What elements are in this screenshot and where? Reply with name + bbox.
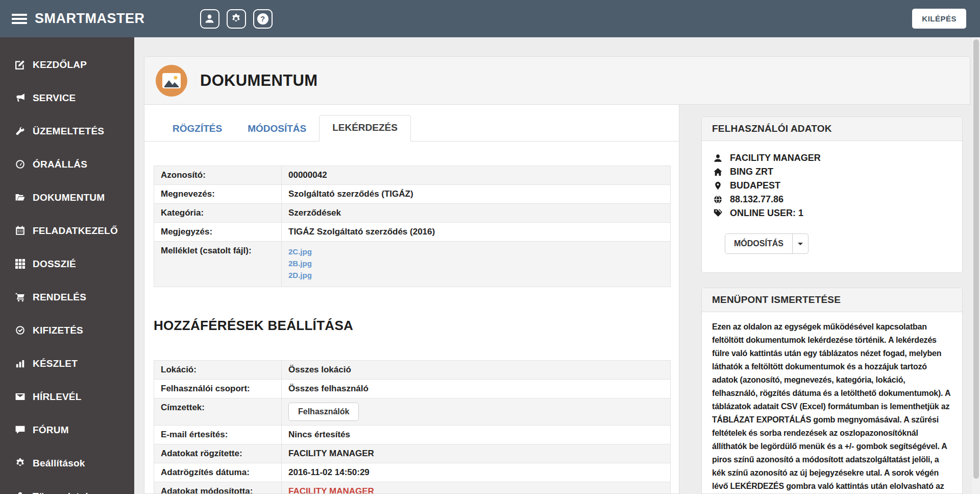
user-city: BUDAPEST: [730, 180, 780, 191]
field-value-modified: FACILITY MANAGER: [282, 482, 671, 494]
sidebar-item-label: ÓRAÁLLÁS: [33, 159, 87, 170]
table-row: Felhasználói csoport: Összes felhasználó: [154, 380, 671, 398]
bar-chart-icon: [14, 359, 26, 368]
sidebar-item-dokumentum[interactable]: DOKUMENTUM: [0, 181, 134, 214]
table-row: Lokáció: Összes lokáció: [154, 361, 671, 380]
table-row: Melléklet (csatolt fájl): 2C.jpg 2B.jpg …: [154, 242, 671, 287]
user-panel-body: FACILITY MANAGER BING ZRT BUDAPEST 88.13…: [702, 141, 962, 272]
table-row: Adatokat rögzítette: FACILITY MANAGER: [154, 444, 671, 463]
sidebar-item-uzemeltetes[interactable]: ÜZEMELTETÉS: [0, 114, 134, 148]
sidebar-item-feladatkezelo[interactable]: FELADATKEZELŐ: [0, 214, 134, 247]
field-label: Adatokat rögzítette:: [154, 444, 282, 463]
attachments-cell: 2C.jpg 2B.jpg 2D.jpg: [282, 242, 671, 287]
modify-dropdown-toggle[interactable]: [793, 234, 808, 253]
user-icon: [205, 14, 214, 23]
question-icon: ?: [257, 13, 268, 25]
gear-icon: [231, 14, 241, 23]
sidebar-item-kifizetes[interactable]: KIFIZETÉS: [0, 314, 134, 347]
table-row: Adatrögzítés dátuma: 2016-11-02 14:50:29: [154, 463, 671, 482]
modify-button-label[interactable]: MÓDOSÍTÁS: [725, 234, 793, 253]
field-label: Kategória:: [154, 204, 282, 223]
sidebar-item-oraallas[interactable]: ÓRAÁLLÁS: [0, 148, 134, 181]
user-city-line: BUDAPEST: [712, 179, 952, 193]
menu-info-panel: MENÜPONT ISMERTETÉSE Ezen az oldalon az …: [701, 288, 963, 494]
hamburger-menu-icon[interactable]: [12, 12, 27, 26]
access-section-title: HOZZÁFÉRÉSEK BEÁLLÍTÁSA: [154, 318, 670, 334]
tab-modositas[interactable]: MÓDOSÍTÁS: [235, 116, 319, 141]
field-value: Összes lokáció: [282, 361, 671, 380]
gear-icon: [14, 458, 26, 468]
gauge-icon: [14, 159, 26, 169]
sidebar-item-dosszie[interactable]: DOSSZIÉ: [0, 247, 134, 280]
tab-lekerdezes[interactable]: LEKÉRDEZÉS: [319, 115, 411, 142]
field-value: Szolgáltató szerződés (TIGÁZ): [282, 185, 671, 204]
field-label: Megjegyzés:: [154, 223, 282, 242]
table-row: Adatokat módosította: FACILITY MANAGER: [154, 482, 671, 494]
field-label: Adatrögzítés dátuma:: [154, 463, 282, 482]
sidebar-item-beallitasok[interactable]: Beállítások: [0, 446, 134, 480]
calendar-icon: [14, 226, 26, 236]
user-icon: [712, 154, 723, 162]
field-value: Szerződések: [282, 204, 671, 223]
tab-bar: RÖGZÍTÉS MÓDOSÍTÁS LEKÉRDEZÉS: [144, 105, 679, 142]
field-label: Címzettek:: [154, 398, 282, 426]
sidebar-item-rendeles[interactable]: RENDELÉS: [0, 280, 134, 314]
user-panel-title: FELHASZNÁLÓI ADATOK: [702, 117, 962, 141]
online-user-count: ONLINE USER: 1: [730, 208, 803, 219]
table-row: Azonosító: 00000042: [154, 166, 671, 185]
field-value: FACILITY MANAGER: [282, 444, 671, 463]
sidebar-item-kezdolap[interactable]: KEZDŐLAP: [0, 48, 134, 81]
field-label: Azonosító:: [154, 166, 282, 185]
envelope-icon: [14, 392, 26, 402]
field-value: Nincs értesítés: [282, 426, 671, 444]
field-value: 00000042: [282, 166, 671, 185]
cart-icon: [14, 292, 26, 302]
sidebar-item-keszlet[interactable]: KÉSZLET: [0, 347, 134, 380]
document-card: RÖGZÍTÉS MÓDOSÍTÁS LEKÉRDEZÉS Azonosító:…: [144, 105, 679, 494]
user-data-panel: FELHASZNÁLÓI ADATOK FACILITY MANAGER BIN…: [701, 116, 963, 273]
field-label: Adatokat módosította:: [154, 482, 282, 494]
page-header: DOKUMENTUM: [144, 56, 970, 105]
field-value: 2016-11-02 14:50:29: [282, 463, 671, 482]
profile-button[interactable]: [200, 9, 219, 29]
attachment-link[interactable]: 2D.jpg: [288, 271, 664, 279]
info-panel-title: MENÜPONT ISMERTETÉSE: [702, 288, 962, 312]
table-row: Megjegyzés: TIGÁZ Szolgáltató szerződés …: [154, 223, 671, 242]
home-icon: [712, 168, 723, 176]
sidebar-item-label: ÜZEMELTETÉS: [33, 126, 104, 137]
vertical-scrollbar[interactable]: [972, 37, 980, 494]
field-label: Melléklet (csatolt fájl):: [154, 242, 282, 287]
user-icon: [14, 491, 26, 494]
sidebar-item-torzsadatok[interactable]: Törzsadatok: [0, 480, 134, 494]
tags-icon: [712, 209, 723, 218]
sidebar-item-service[interactable]: SERVICE: [0, 81, 134, 114]
settings-button[interactable]: [227, 9, 246, 29]
sidebar-item-hirlevel[interactable]: HÍRLEVÉL: [0, 380, 134, 413]
recipients-users-button[interactable]: Felhasználók: [288, 403, 359, 421]
attachment-link[interactable]: 2B.jpg: [288, 259, 664, 268]
table-row: Címzettek: Felhasználók: [154, 398, 671, 426]
modify-split-button[interactable]: MÓDOSÍTÁS: [725, 233, 808, 254]
sidebar-item-label: KEZDŐLAP: [33, 59, 87, 70]
edit-icon: [14, 60, 26, 69]
topbar-icon-group: ?: [200, 9, 273, 29]
sidebar-item-label: RENDELÉS: [33, 292, 86, 303]
field-label: Megnevezés:: [154, 185, 282, 204]
comment-icon: [14, 425, 26, 435]
user-company: BING ZRT: [730, 167, 773, 177]
field-value: Összes felhasználó: [282, 380, 671, 398]
tab-rogzites[interactable]: RÖGZÍTÉS: [160, 116, 235, 141]
megaphone-icon: [14, 93, 26, 103]
document-image-icon: [156, 65, 187, 97]
sidebar-item-forum[interactable]: FÓRUM: [0, 413, 134, 446]
globe-icon: [712, 195, 723, 204]
scrollbar-thumb[interactable]: [973, 39, 979, 479]
chevron-down-icon: [798, 243, 803, 245]
logout-button[interactable]: KILÉPÉS: [912, 9, 966, 29]
wrench-icon: [14, 126, 26, 136]
sidebar-item-label: FELADATKEZELŐ: [33, 225, 118, 237]
attachment-link[interactable]: 2C.jpg: [288, 247, 664, 256]
page-title: DOKUMENTUM: [200, 72, 317, 90]
field-label: Lokáció:: [154, 361, 282, 380]
help-button[interactable]: ?: [253, 9, 273, 29]
